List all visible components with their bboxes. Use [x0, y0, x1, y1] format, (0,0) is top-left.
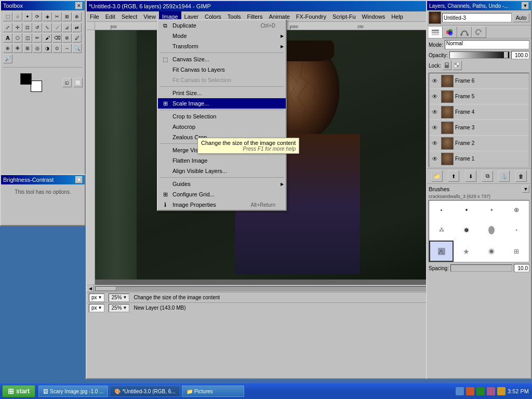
menu-autocrop[interactable]: Autocrop — [158, 122, 286, 132]
brush-cell-12[interactable]: ⊞ — [504, 241, 529, 262]
menu-configure-grid[interactable]: ⊞ Configure Grid... — [158, 189, 286, 200]
menu-fit-canvas-layers[interactable]: Fit Canvas to Layers — [158, 64, 286, 75]
zoom-selector-1[interactable]: 25% ▼ — [109, 294, 129, 302]
menu-image-properties[interactable]: ℹ Image Properties Alt+Return — [158, 200, 286, 210]
tool-rect-select[interactable]: ⬚ — [3, 12, 12, 21]
menu-guides[interactable]: Guides ▶ — [158, 179, 286, 189]
tool-scale[interactable]: ⤡ — [43, 23, 52, 32]
tool-rotate[interactable]: ↺ — [33, 23, 42, 32]
menu-flatten-image[interactable]: Flatten Image — [158, 155, 286, 166]
tool-blur[interactable]: ◎ — [33, 44, 42, 53]
tool-perspective-clone[interactable]: ⊞ — [23, 44, 32, 53]
layer-row-frame6[interactable]: 👁 Frame 6 — [429, 73, 529, 89]
layer-eye-frame2[interactable]: 👁 — [430, 139, 440, 148]
duplicate-layer-button[interactable]: ⧉ — [482, 170, 493, 182]
menu-view[interactable]: View — [140, 11, 159, 22]
layer-row-frame5[interactable]: 👁 Frame 5 — [429, 89, 529, 104]
spacing-value-display[interactable]: 10.0 — [514, 264, 529, 272]
brush-cell-2[interactable]: • — [454, 201, 478, 220]
menu-print-size[interactable]: Print Size... — [158, 88, 286, 98]
tool-crop[interactable]: ⊡ — [23, 23, 32, 32]
mode-dropdown[interactable]: Normal — [445, 40, 529, 49]
quick-mask-button[interactable]: ◱ — [62, 78, 72, 87]
opacity-slider[interactable] — [449, 51, 510, 59]
tool-ink[interactable]: 🖊 — [72, 33, 82, 43]
tool-color-picker[interactable]: 🔍 — [72, 44, 82, 53]
brush-cell-6[interactable]: ✸ — [454, 220, 478, 241]
screen-mode-button[interactable]: ⬜ — [73, 78, 83, 87]
layer-eye-frame5[interactable]: 👁 — [430, 92, 440, 101]
brush-cell-8[interactable]: ⋆ — [504, 220, 529, 241]
brush-cell-10[interactable]: ★ — [454, 241, 478, 262]
tab-channels[interactable] — [443, 26, 457, 38]
menu-duplicate[interactable]: ⧉ Duplicate Ctrl+D — [158, 20, 286, 31]
brush-cell-11[interactable] — [480, 241, 504, 262]
menu-fit-canvas-selection[interactable]: Fit Canvas to Selection — [158, 75, 286, 85]
menu-transform[interactable]: Transform ▶ — [158, 41, 286, 51]
layer-eye-frame3[interactable]: 👁 — [430, 123, 440, 132]
tool-select-by-color[interactable]: ◈ — [43, 12, 52, 21]
taskbar-item-0[interactable]: 🖼 Scary Image.jpg -1.0 ... — [38, 385, 108, 397]
brush-cell-3[interactable]: ✦ — [480, 201, 504, 220]
opacity-slider-handle[interactable] — [504, 52, 508, 58]
taskbar-item-2[interactable]: 📁 Pictures — [182, 385, 244, 397]
brush-cell-7[interactable] — [480, 220, 504, 241]
tool-clone[interactable]: ⊕ — [3, 44, 12, 53]
tool-pencil[interactable]: ✏ — [33, 33, 42, 43]
layers-collapse-button[interactable]: ▼ — [522, 2, 529, 9]
brush-cell-1[interactable]: • — [429, 201, 454, 220]
tool-perspective[interactable]: ⊿ — [62, 23, 72, 32]
tool-eraser[interactable]: ⌫ — [52, 33, 62, 43]
menu-select[interactable]: Select — [118, 11, 141, 22]
scroll-left-button[interactable]: ◀ — [87, 285, 94, 292]
layer-row-frame1[interactable]: 👁 Frame 1 — [429, 151, 529, 167]
background-color-box[interactable] — [31, 81, 42, 92]
menu-file[interactable]: File — [87, 11, 102, 22]
spacing-slider[interactable] — [450, 264, 512, 272]
layer-row-frame3[interactable]: 👁 Frame 3 — [429, 120, 529, 136]
tool-smudge[interactable]: ⊙ — [52, 44, 62, 53]
opacity-value-display[interactable]: 100.0 — [511, 51, 529, 59]
menu-crop-to-selection[interactable]: Crop to Selection — [158, 111, 286, 122]
delete-layer-button[interactable]: 🗑 — [515, 170, 527, 182]
unit-selector-1[interactable]: px ▼ — [89, 294, 104, 302]
scrollbar-thumb[interactable] — [96, 287, 116, 291]
unit-selector-2[interactable]: px ▼ — [89, 304, 104, 312]
tool-shear[interactable]: ⟋ — [52, 23, 62, 32]
zoom-selector-2[interactable]: 25% ▼ — [109, 304, 129, 312]
tool-paintbrush[interactable]: 🖌 — [43, 33, 52, 43]
tool-iscissors[interactable]: ⊞ — [62, 12, 72, 21]
tool-blend[interactable]: ◫ — [23, 33, 32, 43]
lock-alpha-button[interactable] — [453, 61, 462, 70]
layers-auto-button[interactable]: Auto — [513, 13, 529, 22]
foreground-color-box[interactable] — [20, 73, 32, 85]
menu-scale-image[interactable]: ⊞ Scale Image... — [158, 98, 286, 109]
tool-bucket-fill[interactable]: ⬡ — [13, 33, 22, 43]
menu-fx-foundry[interactable]: FX-Foundry — [293, 11, 329, 22]
tab-layers[interactable] — [428, 26, 443, 38]
start-button[interactable]: ⊞ start — [2, 385, 35, 397]
layer-row-frame4[interactable]: 👁 Frame 4 — [429, 104, 529, 120]
brushes-expand-button[interactable]: ▼ — [522, 185, 529, 193]
tool-fuzzy-select[interactable]: ⟳ — [33, 12, 42, 21]
anchor-layer-button[interactable]: ⚓ — [498, 170, 510, 182]
tool-airbrush[interactable]: ⊚ — [62, 33, 72, 43]
tool-zoom[interactable]: 🔎 — [3, 54, 12, 63]
layer-row-frame2[interactable]: 👁 Frame 2 — [429, 136, 529, 151]
tool-dodge-burn[interactable]: ◑ — [43, 44, 52, 53]
tool-align[interactable]: ⤢ — [3, 23, 12, 32]
tool-text[interactable]: A — [3, 33, 12, 43]
tool-measure[interactable]: ↔ — [62, 44, 72, 53]
tool-heal[interactable]: ✙ — [13, 44, 22, 53]
fg-bg-color-selector[interactable] — [20, 73, 42, 92]
lower-layer-button[interactable]: ⬇ — [465, 170, 476, 182]
bc-collapse-button[interactable]: ▼ — [75, 176, 83, 183]
tool-ellipse-select[interactable]: ○ — [13, 12, 22, 21]
tool-free-select[interactable]: ✦ — [23, 12, 32, 21]
brush-cell-9[interactable] — [429, 241, 454, 262]
toolbox-close-button[interactable]: ✕ — [75, 2, 83, 9]
menu-help[interactable]: Help — [388, 11, 406, 22]
tool-foreground-select[interactable]: ⊕ — [72, 12, 82, 21]
tool-move[interactable]: ✢ — [13, 23, 22, 32]
tool-scissors[interactable]: ✂ — [52, 12, 62, 21]
